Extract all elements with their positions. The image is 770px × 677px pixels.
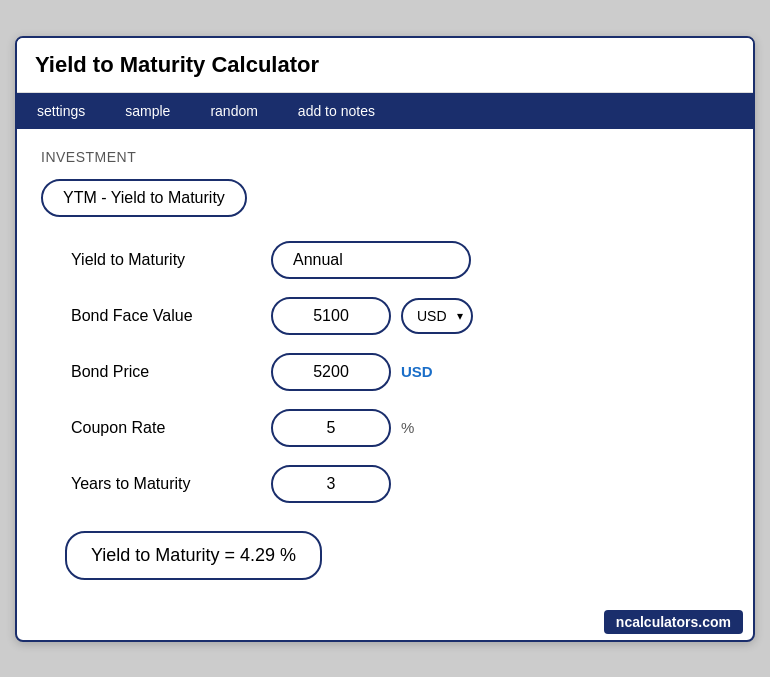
years-to-maturity-input[interactable] <box>271 465 391 503</box>
bond-price-currency: USD <box>401 363 433 380</box>
coupon-rate-unit: % <box>401 419 414 436</box>
years-to-maturity-controls <box>271 465 391 503</box>
yield-to-maturity-label: Yield to Maturity <box>71 251 271 269</box>
bond-face-value-label: Bond Face Value <box>71 307 271 325</box>
result-operator: = <box>224 545 240 565</box>
calculator-card: Yield to Maturity Calculator settings sa… <box>15 36 755 642</box>
bond-face-value-row: Bond Face Value USD EUR GBP <box>41 297 729 335</box>
yield-to-maturity-row: Yield to Maturity <box>41 241 729 279</box>
bond-price-input[interactable] <box>271 353 391 391</box>
yield-to-maturity-controls <box>271 241 471 279</box>
years-to-maturity-label: Years to Maturity <box>71 475 271 493</box>
currency-select[interactable]: USD EUR GBP <box>401 298 473 334</box>
bond-face-value-input[interactable] <box>271 297 391 335</box>
nav-sample[interactable]: sample <box>105 93 190 129</box>
mode-selector[interactable]: YTM - Yield to Maturity <box>41 179 247 217</box>
footer-bar: ncalculators.com <box>17 604 753 640</box>
currency-select-wrapper[interactable]: USD EUR GBP <box>401 298 473 334</box>
section-investment-label: INVESTMENT <box>41 149 729 165</box>
yield-to-maturity-input[interactable] <box>271 241 471 279</box>
nav-random[interactable]: random <box>190 93 277 129</box>
coupon-rate-label: Coupon Rate <box>71 419 271 437</box>
bond-price-row: Bond Price USD <box>41 353 729 391</box>
nav-settings[interactable]: settings <box>17 93 105 129</box>
result-value: 4.29 <box>240 545 275 565</box>
bond-price-label: Bond Price <box>71 363 271 381</box>
app-title: Yield to Maturity Calculator <box>35 52 319 77</box>
footer-brand: ncalculators.com <box>604 610 743 634</box>
years-to-maturity-row: Years to Maturity <box>41 465 729 503</box>
form-table: Yield to Maturity Bond Face Value USD EU… <box>41 241 729 503</box>
bond-face-value-controls: USD EUR GBP <box>271 297 473 335</box>
app-wrapper: Yield to Maturity Calculator settings sa… <box>0 0 770 677</box>
coupon-rate-input[interactable] <box>271 409 391 447</box>
result-unit: % <box>280 545 296 565</box>
result-label: Yield to Maturity <box>91 545 219 565</box>
coupon-rate-controls: % <box>271 409 414 447</box>
nav-add-to-notes[interactable]: add to notes <box>278 93 395 129</box>
nav-bar: settings sample random add to notes <box>17 93 753 129</box>
result-box: Yield to Maturity = 4.29 % <box>65 531 322 580</box>
result-row: Yield to Maturity = 4.29 % <box>41 521 729 580</box>
coupon-rate-row: Coupon Rate % <box>41 409 729 447</box>
content-area: INVESTMENT YTM - Yield to Maturity Yield… <box>17 129 753 604</box>
bond-price-controls: USD <box>271 353 433 391</box>
title-bar: Yield to Maturity Calculator <box>17 38 753 93</box>
